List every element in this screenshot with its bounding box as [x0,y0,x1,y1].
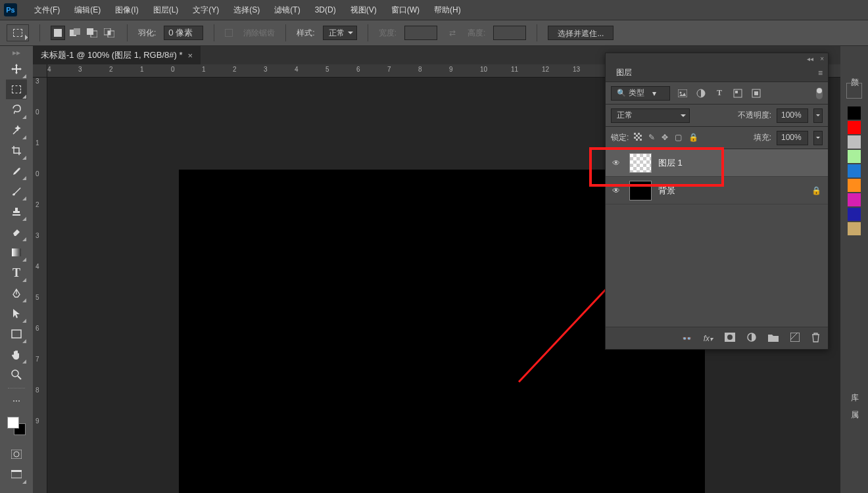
color-swatch[interactable] [848,121,861,134]
svg-rect-2 [74,28,80,35]
lasso-tool[interactable] [6,100,27,120]
toolbar-handle-icon[interactable]: ▸▸ [3,50,30,55]
layer-thumbnail[interactable] [629,181,652,200]
style-select[interactable]: 正常 [323,26,357,40]
lock-position-icon[interactable]: ✥ [662,133,668,143]
quickmask-tool[interactable] [6,444,27,464]
svg-rect-8 [12,248,21,256]
color-swatch[interactable] [848,193,861,206]
menu-type[interactable]: 文字(Y) [186,2,226,18]
new-layer-icon[interactable] [790,333,800,344]
menu-file[interactable]: 文件(F) [28,2,66,18]
menu-filter[interactable]: 滤镜(T) [268,2,306,18]
current-color-swatch[interactable] [846,83,862,99]
brush-tool[interactable] [6,181,27,201]
move-tool[interactable] [6,59,27,79]
fill-input[interactable]: 100% [777,131,808,145]
color-swatch[interactable] [848,150,861,163]
color-swatch[interactable] [848,222,861,235]
visibility-icon[interactable]: 👁 [612,158,623,168]
opacity-input[interactable]: 100% [777,108,808,123]
menu-view[interactable]: 视图(V) [344,2,383,18]
lock-image-icon[interactable]: ✎ [648,133,655,143]
lock-transparent-icon[interactable] [634,133,642,143]
eyedropper-tool[interactable] [6,161,27,181]
filter-smart-icon[interactable] [750,87,762,99]
filter-toggle[interactable] [816,87,823,99]
color-swatch[interactable] [848,164,861,177]
stamp-tool[interactable] [6,202,27,222]
libraries-panel-tab[interactable]: 库 [846,381,863,392]
fx-icon[interactable]: fx▾ [704,334,713,343]
color-panel-tab[interactable]: 颜 [846,66,863,76]
lock-all-icon[interactable]: 🔒 [688,133,698,143]
current-tool-icon[interactable] [7,24,29,41]
layer-name[interactable]: 图层 1 [658,157,683,169]
foreground-color[interactable] [7,417,19,429]
visibility-icon[interactable]: 👁 [612,186,623,195]
ruler-corner[interactable] [33,64,47,78]
layer-item[interactable]: 👁 背景 🔒 [606,177,828,204]
layers-panel-titlebar[interactable]: ◂◂ × [606,53,828,64]
layers-filter-row: 🔍类型▾ T [606,82,828,105]
magic-wand-tool[interactable] [6,120,27,140]
delete-layer-icon[interactable] [811,333,820,344]
path-select-tool[interactable] [6,304,27,323]
feather-input[interactable] [164,26,203,40]
type-tool[interactable]: T [6,263,27,283]
filter-adjust-icon[interactable] [695,87,707,99]
menu-help[interactable]: 帮助(H) [427,2,468,18]
collapse-icon[interactable]: ◂◂ [807,55,813,62]
pen-tool[interactable] [6,283,27,303]
ruler-vertical[interactable]: 301023456789 [33,78,47,493]
link-layers-icon[interactable]: 👓 [682,334,692,343]
sel-new-icon[interactable] [51,26,65,40]
gradient-tool[interactable] [6,243,27,262]
layers-tab[interactable]: 图层 [611,64,637,81]
color-swatch[interactable] [848,179,861,192]
close-tab-icon[interactable]: × [187,51,193,60]
edit-toolbar-icon[interactable]: ⋯ [6,391,27,411]
menu-layer[interactable]: 图层(L) [147,2,185,18]
menu-select[interactable]: 选择(S) [227,2,266,18]
panel-menu-icon[interactable]: ≡ [818,68,823,78]
select-and-mask-button[interactable]: 选择并遮住... [548,26,614,40]
sel-add-icon[interactable] [68,26,82,40]
filter-type-icon[interactable]: T [713,87,725,99]
sel-subtract-icon[interactable] [85,26,99,40]
crop-tool[interactable] [6,141,27,160]
fill-dropdown-icon[interactable] [813,131,823,145]
layer-thumbnail[interactable] [629,153,652,173]
filter-kind-select[interactable]: 🔍类型▾ [611,86,670,101]
color-swatch[interactable] [848,208,861,221]
menu-image[interactable]: 图像(I) [108,2,145,18]
menu-edit[interactable]: 编辑(E) [68,2,107,18]
color-swatch[interactable] [848,135,861,149]
svg-rect-6 [108,31,114,37]
close-panel-icon[interactable]: × [820,55,824,62]
filter-pixel-icon[interactable] [677,87,688,99]
blend-mode-select[interactable]: 正常 [611,108,690,123]
filter-shape-icon[interactable] [732,87,744,99]
eraser-tool[interactable] [6,222,27,242]
color-swatch-tool[interactable] [6,417,27,435]
zoom-tool[interactable] [6,365,27,385]
sel-intersect-icon[interactable] [102,26,116,40]
lock-artboard-icon[interactable]: ▢ [675,133,682,143]
screenmode-tool[interactable] [6,465,27,484]
layer-item[interactable]: 👁 图层 1 [606,149,828,177]
adjustment-layer-icon[interactable] [747,333,756,344]
layer-name[interactable]: 背景 [658,185,675,197]
new-group-icon[interactable] [768,333,779,344]
document-tab[interactable]: 未标题-1 @ 100% (图层 1, RGB/8#) * × [33,46,201,64]
add-mask-icon[interactable] [725,333,735,344]
document-tab-title: 未标题-1 @ 100% (图层 1, RGB/8#) * [41,49,182,61]
rectangle-tool[interactable] [6,324,27,344]
hand-tool[interactable] [6,344,27,364]
opacity-dropdown-icon[interactable] [813,108,823,123]
properties-panel-tab[interactable]: 属 [846,400,863,410]
color-swatch[interactable] [848,106,861,120]
marquee-tool[interactable] [6,80,27,99]
menu-3d[interactable]: 3D(D) [308,3,343,17]
menu-window[interactable]: 窗口(W) [385,2,426,18]
